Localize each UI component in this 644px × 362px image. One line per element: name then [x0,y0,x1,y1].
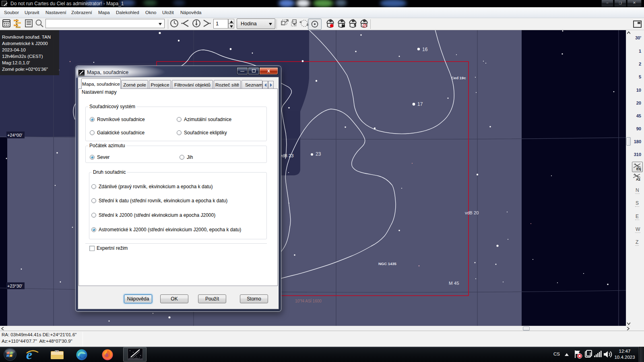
svg-text:16: 16 [422,47,428,52]
svg-text:vdB 23: vdB 23 [280,153,293,158]
svg-text:Eq: Eq [636,167,641,171]
svg-text:NGC 1435: NGC 1435 [378,261,397,266]
svg-text:10"f4 ASĺ 1600: 10"f4 ASĺ 1600 [295,298,322,303]
svg-text:+23°30': +23°30' [7,284,22,288]
svg-text:Zorné pole:+02°01'36": Zorné pole:+02°01'36" [2,67,48,72]
svg-text:Mag:12.0,1.0': Mag:12.0,1.0' [2,60,30,65]
svg-text:Astrometrické k J2000: Astrometrické k J2000 [2,41,48,46]
svg-text:17: 17 [417,101,423,107]
svg-text:M 45: M 45 [449,281,459,286]
svg-text:12h46m32s (CEST): 12h46m32s (CEST) [2,54,43,59]
svg-text:e: e [26,348,32,362]
svg-text:23: 23 [316,151,321,157]
svg-text:+24°00': +24°00' [7,133,22,138]
svg-text:2023-04-10: 2023-04-10 [2,47,26,52]
svg-text:Ced 19c: Ced 19c [451,76,466,80]
svg-text:vdB 20: vdB 20 [465,210,479,215]
svg-text:Az: Az [636,177,640,181]
svg-text:Rovníkové souřad. TAN: Rovníkové souřad. TAN [2,35,51,39]
